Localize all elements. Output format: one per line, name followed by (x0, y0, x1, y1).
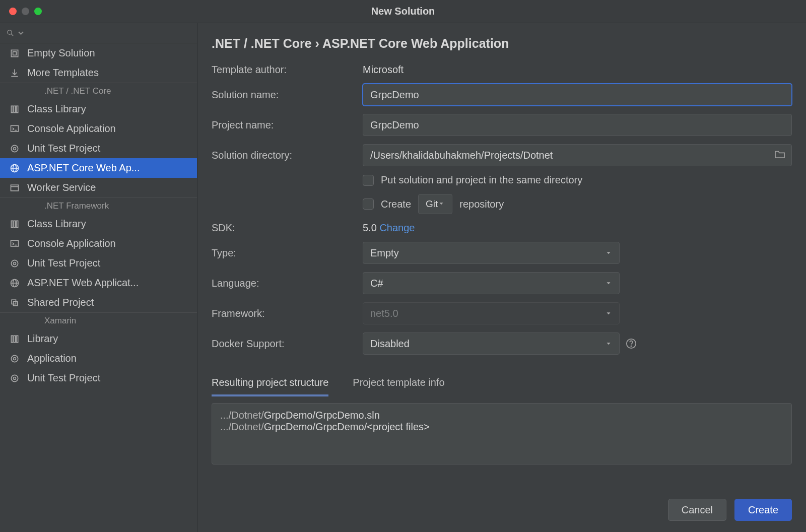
cancel-button[interactable]: Cancel (668, 499, 726, 521)
titlebar: New Solution (0, 0, 806, 23)
svg-point-10 (11, 145, 18, 152)
language-value: C# (370, 278, 383, 289)
svg-marker-38 (607, 282, 611, 284)
svg-point-34 (11, 375, 18, 381)
svg-point-0 (8, 30, 12, 35)
type-value: Empty (370, 247, 399, 259)
library-icon (9, 334, 20, 345)
project-name-label: Project name: (212, 119, 358, 131)
svg-point-35 (14, 377, 16, 379)
svg-rect-31 (16, 336, 18, 342)
svg-point-23 (14, 262, 16, 264)
search-input[interactable] (0, 23, 197, 43)
folder-browse-icon[interactable] (774, 150, 785, 161)
sidebar-item-aspnet-web-app-fw[interactable]: ASP.NET Web Applicat... (0, 273, 197, 293)
docker-value: Disabled (370, 338, 410, 350)
solution-dir-field[interactable] (363, 144, 792, 166)
same-directory-checkbox[interactable] (363, 175, 374, 186)
project-name-input[interactable] (370, 119, 784, 131)
framework-value: net5.0 (370, 308, 398, 319)
create-button[interactable]: Create (734, 499, 792, 521)
library-icon (9, 219, 20, 230)
solution-dir-input[interactable] (370, 150, 784, 161)
window-title: New Solution (0, 6, 806, 17)
chevron-down-icon (605, 247, 612, 259)
web-icon (9, 278, 20, 289)
chevron-down-icon (605, 278, 612, 289)
svg-marker-40 (607, 343, 611, 345)
tab-template-info[interactable]: Project template info (353, 371, 444, 396)
sidebar-item-empty-solution[interactable]: Empty Solution (0, 43, 197, 63)
solution-name-field[interactable] (363, 84, 792, 106)
svg-rect-29 (11, 336, 13, 342)
sidebar-item-console-app[interactable]: Console Application (0, 119, 197, 139)
svg-point-32 (11, 355, 18, 362)
sidebar-item-label: Worker Service (27, 182, 96, 193)
chevron-down-icon (438, 198, 445, 210)
sidebar-item-unit-test-fw[interactable]: Unit Test Project (0, 253, 197, 273)
solution-name-input[interactable] (370, 89, 784, 101)
sidebar-item-aspnet-core-web-app[interactable]: ASP.NET Core Web Ap... (0, 158, 197, 178)
result-line2-path: GrpcDemo/GrpcDemo/<project files> (264, 421, 430, 432)
project-name-field[interactable] (363, 114, 792, 136)
console-icon (9, 238, 20, 249)
sidebar-item-label: Console Application (27, 123, 116, 135)
template-author-label: Template author: (212, 64, 358, 76)
create-repo-checkbox[interactable] (363, 198, 374, 210)
docker-label: Docker Support: (212, 338, 358, 350)
create-label: Create (381, 198, 411, 210)
svg-rect-15 (11, 185, 19, 191)
sidebar-item-more-templates[interactable]: More Templates (0, 63, 197, 83)
sidebar-item-label: More Templates (27, 67, 99, 79)
type-select[interactable]: Empty (363, 242, 620, 264)
repository-label: repository (459, 198, 504, 210)
result-line2-prefix: .../Dotnet/ (220, 421, 264, 432)
sdk-label: SDK: (212, 222, 358, 234)
download-icon (9, 68, 20, 79)
result-line1-path: GrpcDemo/GrpcDemo.sln (264, 410, 380, 421)
svg-marker-36 (440, 203, 443, 205)
svg-rect-30 (14, 336, 15, 342)
breadcrumb-path: .NET / .NET Core (212, 36, 312, 50)
sidebar-item-unit-test[interactable]: Unit Test Project (0, 139, 197, 158)
svg-marker-37 (607, 252, 611, 254)
result-tabs: Resulting project structure Project temp… (212, 371, 792, 397)
sidebar-item-xamarin-unit-test[interactable]: Unit Test Project (0, 368, 197, 388)
web-icon (9, 163, 20, 174)
sidebar-item-console-app-fw[interactable]: Console Application (0, 234, 197, 253)
sidebar-item-shared-project[interactable]: Shared Project (0, 293, 197, 312)
sidebar-item-label: Empty Solution (27, 47, 95, 59)
sidebar-item-xamarin-application[interactable]: Application (0, 349, 197, 368)
sidebar-item-label: Library (27, 333, 58, 345)
breadcrumb: .NET / .NET Core › ASP.NET Core Web Appl… (212, 36, 792, 51)
sidebar-item-label: Shared Project (27, 297, 94, 308)
chevron-down-icon (17, 29, 25, 37)
test-icon (9, 143, 20, 154)
language-label: Language: (212, 278, 358, 289)
window-icon (9, 182, 20, 193)
vcs-value: Git (426, 198, 438, 210)
sidebar-item-class-library[interactable]: Class Library (0, 99, 197, 119)
sidebar-item-class-library-fw[interactable]: Class Library (0, 214, 197, 234)
svg-point-42 (631, 346, 631, 346)
language-select[interactable]: C# (363, 272, 620, 294)
breadcrumb-leaf: ASP.NET Core Web Application (322, 36, 509, 50)
sidebar-item-label: Unit Test Project (27, 372, 100, 384)
sidebar-item-label: Class Library (27, 218, 86, 230)
sidebar: Empty Solution More Templates .NET / .NE… (0, 23, 197, 532)
svg-rect-7 (16, 106, 18, 112)
svg-rect-5 (11, 106, 13, 112)
vcs-select[interactable]: Git (418, 194, 452, 214)
sdk-change-link[interactable]: Change (379, 222, 415, 233)
section-header-xamarin: Xamarin (0, 312, 197, 329)
help-icon[interactable] (625, 337, 638, 350)
sidebar-item-xamarin-library[interactable]: Library (0, 329, 197, 349)
sidebar-item-label: ASP.NET Web Applicat... (27, 277, 139, 289)
sidebar-item-worker-service[interactable]: Worker Service (0, 178, 197, 197)
library-icon (9, 104, 20, 115)
app-icon (9, 353, 20, 364)
chevron-down-icon (605, 338, 612, 350)
docker-select[interactable]: Disabled (363, 332, 620, 355)
tab-structure[interactable]: Resulting project structure (212, 371, 328, 396)
svg-rect-3 (13, 51, 17, 55)
